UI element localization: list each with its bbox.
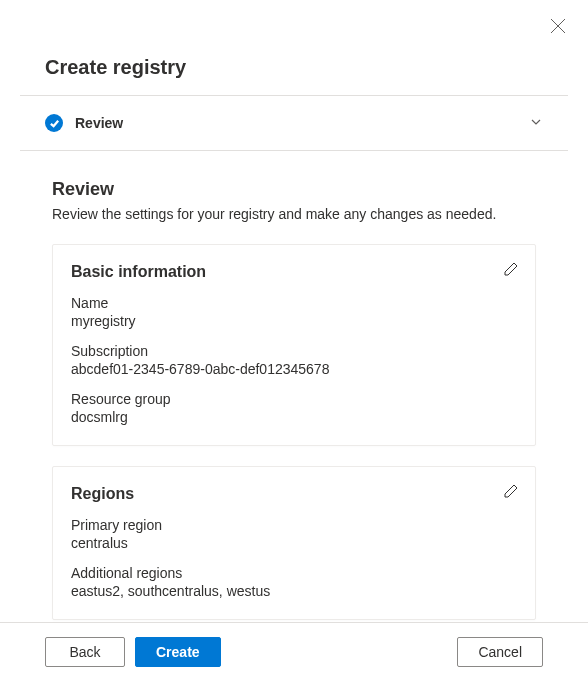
review-title: Review <box>52 179 536 200</box>
regions-card: Regions Primary region centralus Additio… <box>52 466 536 620</box>
step-label: Review <box>75 115 529 131</box>
pencil-icon[interactable] <box>503 483 519 499</box>
footer: Back Create Cancel <box>0 622 588 681</box>
back-button[interactable]: Back <box>45 637 125 667</box>
primary-region-label: Primary region <box>71 517 517 533</box>
review-description: Review the settings for your registry an… <box>52 206 536 222</box>
additional-regions-value: eastus2, southcentralus, westus <box>71 583 517 599</box>
subscription-value: abcdef01-2345-6789-0abc-def012345678 <box>71 361 517 377</box>
close-icon[interactable] <box>550 18 566 34</box>
name-value: myregistry <box>71 313 517 329</box>
pencil-icon[interactable] <box>503 261 519 277</box>
resource-group-label: Resource group <box>71 391 517 407</box>
step-review[interactable]: Review <box>0 96 588 150</box>
basic-information-card: Basic information Name myregistry Subscr… <box>52 244 536 446</box>
create-button[interactable]: Create <box>135 637 221 667</box>
chevron-down-icon <box>529 115 543 132</box>
cancel-button[interactable]: Cancel <box>457 637 543 667</box>
check-icon <box>45 114 63 132</box>
regions-title: Regions <box>71 485 517 503</box>
name-label: Name <box>71 295 517 311</box>
subscription-label: Subscription <box>71 343 517 359</box>
content: Review Review the settings for your regi… <box>0 151 588 620</box>
basic-info-title: Basic information <box>71 263 517 281</box>
header: Create registry <box>0 0 588 95</box>
page-title: Create registry <box>45 56 543 79</box>
resource-group-value: docsmlrg <box>71 409 517 425</box>
additional-regions-label: Additional regions <box>71 565 517 581</box>
primary-region-value: centralus <box>71 535 517 551</box>
